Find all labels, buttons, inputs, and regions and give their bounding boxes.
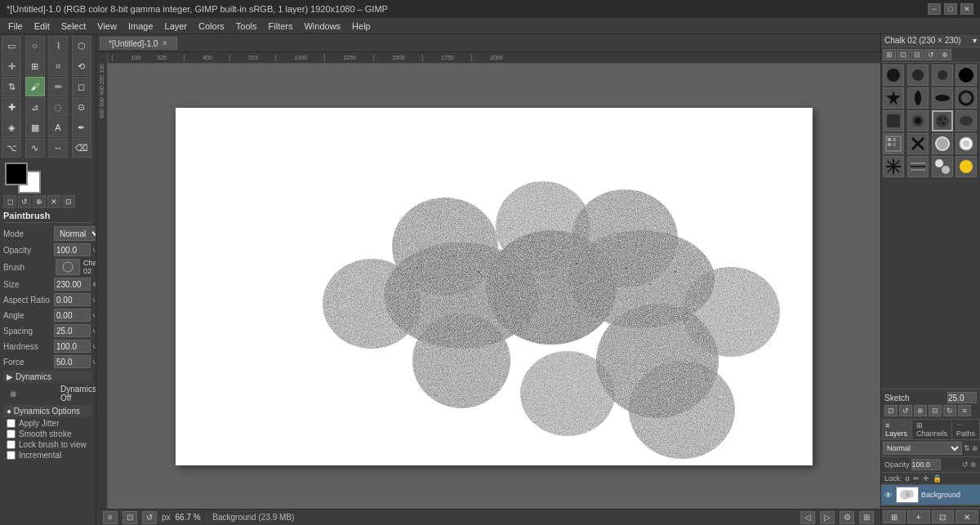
brush-cell-20[interactable] (956, 156, 977, 177)
layer-visibility-eye[interactable]: 👁 (884, 490, 893, 500)
brush-config-btn2[interactable]: ⊡ (897, 49, 910, 60)
incremental-checkbox[interactable] (7, 451, 16, 460)
brush-cell-8[interactable] (956, 87, 977, 109)
menu-view[interactable]: View (92, 20, 122, 33)
statusbar-settings-btn[interactable]: ⚙ (840, 511, 854, 524)
tool-ellipse-select[interactable]: ○ (25, 36, 45, 56)
expand-options-btn[interactable]: ⊡ (62, 195, 75, 208)
brush-cell-16[interactable] (956, 133, 977, 154)
spacing-btn3[interactable]: ⊕ (914, 405, 927, 416)
tool-perspective[interactable]: ⊿ (25, 97, 45, 117)
angle-reset[interactable]: ↺ (92, 311, 96, 319)
lock-all-btn[interactable]: 🔒 (933, 474, 942, 483)
tool-bucket[interactable]: ◈ (2, 118, 21, 137)
dynamics-section[interactable]: ▶ Dynamics (3, 371, 92, 383)
brush-panel-expand[interactable]: ▾ (973, 36, 977, 45)
brush-preview[interactable] (56, 259, 80, 275)
tool-ink[interactable]: ✒ (72, 118, 91, 137)
menu-image[interactable]: Image (123, 20, 158, 33)
duplicate-layer-btn[interactable]: ⊡ (932, 510, 955, 523)
tool-clone[interactable]: ⌥ (2, 138, 21, 158)
tool-eraser[interactable]: ◻ (72, 77, 91, 96)
spacing-btn4[interactable]: ⊟ (929, 405, 942, 416)
layer-link-btn[interactable]: ⊛ (970, 460, 977, 469)
layer-mode-arrows[interactable]: ⇅ (964, 444, 970, 452)
brush-config-btn1[interactable]: ⊞ (883, 49, 896, 60)
statusbar-fit-btn[interactable]: ⊡ (122, 511, 137, 524)
tab-paths[interactable]: ⋯ Paths (952, 420, 980, 439)
brush-cell-9[interactable] (883, 110, 904, 131)
new-layer-btn[interactable]: + (907, 510, 930, 523)
lock-paint-btn[interactable]: ✏ (913, 474, 920, 483)
statusbar-fullscreen-btn[interactable]: ⊞ (859, 511, 874, 524)
tool-measure[interactable]: ↔ (48, 138, 68, 158)
lock-pos-btn[interactable]: ✛ (923, 474, 929, 483)
tool-crop[interactable]: ⌗ (48, 56, 68, 76)
tool-blur[interactable]: ◌ (48, 97, 68, 117)
menu-layer[interactable]: Layer (160, 20, 193, 33)
hardness-input[interactable] (54, 340, 91, 353)
delete-layer-btn[interactable]: ✕ (956, 510, 978, 523)
brush-config-btn5[interactable]: ⊕ (938, 49, 951, 60)
brush-cell-18[interactable] (907, 156, 929, 177)
brush-cell-chalk02[interactable] (932, 110, 953, 131)
tool-dodge[interactable]: ⊙ (72, 97, 91, 117)
menu-help[interactable]: Help (347, 20, 376, 33)
spacing-value-input[interactable] (947, 392, 977, 403)
lock-brush-checkbox[interactable] (7, 440, 16, 449)
spacing-btn5[interactable]: ↻ (943, 405, 956, 416)
drawing-canvas[interactable] (176, 108, 813, 465)
layer-opacity-reset[interactable]: ↺ (962, 460, 969, 469)
brush-config-btn4[interactable]: ↺ (924, 49, 938, 60)
brush-cell-17[interactable] (883, 156, 904, 177)
brush-config-btn3[interactable]: ⊟ (911, 49, 924, 60)
statusbar-next-btn[interactable]: ▷ (820, 511, 835, 524)
spacing-reset[interactable]: ↺ (92, 327, 96, 335)
statusbar-prev-btn[interactable]: ◁ (800, 511, 815, 524)
restore-options-btn[interactable]: ↺ (18, 195, 31, 208)
aspect-reset[interactable]: ↺ (92, 296, 96, 304)
spacing-btn2[interactable]: ↺ (899, 405, 912, 416)
spacing-btn6[interactable]: ≡ (958, 405, 971, 416)
new-layer-group-btn[interactable]: ⊞ (883, 510, 906, 523)
brush-cell-19[interactable] (932, 156, 953, 177)
force-reset[interactable]: ↺ (92, 358, 96, 366)
menu-tools[interactable]: Tools (231, 20, 262, 33)
tool-fuzzy-select[interactable]: ⬡ (72, 36, 91, 56)
opacity-input[interactable] (54, 243, 91, 256)
brush-cell-12[interactable] (956, 110, 977, 131)
brush-cell-3[interactable] (932, 65, 953, 86)
menu-filters[interactable]: Filters (264, 20, 298, 33)
new-options-btn[interactable]: ◻ (3, 195, 16, 208)
brush-cell-5[interactable] (883, 87, 904, 109)
menu-file[interactable]: File (3, 20, 28, 33)
tool-colorpicker[interactable]: ⌫ (72, 138, 91, 158)
lock-alpha-btn[interactable]: α (906, 474, 910, 483)
tool-rect-select[interactable]: ▭ (2, 36, 21, 56)
menu-windows[interactable]: Windows (299, 20, 345, 33)
menu-edit[interactable]: Edit (29, 20, 55, 33)
tab-channels[interactable]: ⊞ Channels (912, 420, 952, 439)
canvas-tab-close[interactable]: ✕ (162, 39, 168, 47)
tool-paintbrush[interactable]: 🖌 (25, 77, 45, 96)
aspect-input[interactable] (54, 293, 91, 306)
tool-flip[interactable]: ⇅ (2, 77, 21, 96)
brush-cell-10[interactable] (907, 110, 929, 131)
angle-input[interactable] (54, 309, 91, 322)
mode-dropdown[interactable]: Normal Multiply Screen (54, 226, 96, 241)
tool-free-select[interactable]: ⌇ (48, 36, 68, 56)
size-input[interactable] (54, 278, 91, 291)
spacing-btn1[interactable]: ⊡ (884, 405, 898, 416)
apply-jitter-checkbox[interactable] (7, 419, 16, 428)
tab-layers[interactable]: ≡ Layers (881, 420, 912, 439)
delete-options-btn[interactable]: ✕ (47, 195, 60, 208)
opacity-reset[interactable]: ↺ (92, 246, 96, 254)
layer-chain-btn[interactable]: ⊛ (972, 444, 978, 452)
brush-cell-2[interactable] (907, 65, 929, 86)
brush-cell-7[interactable] (932, 87, 953, 109)
maximize-button[interactable]: □ (944, 3, 957, 15)
hardness-reset[interactable]: ↺ (92, 342, 96, 350)
tool-gradient[interactable]: ▦ (25, 118, 45, 137)
tool-transform[interactable]: ⟲ (72, 56, 91, 76)
foreground-color[interactable] (5, 162, 28, 185)
